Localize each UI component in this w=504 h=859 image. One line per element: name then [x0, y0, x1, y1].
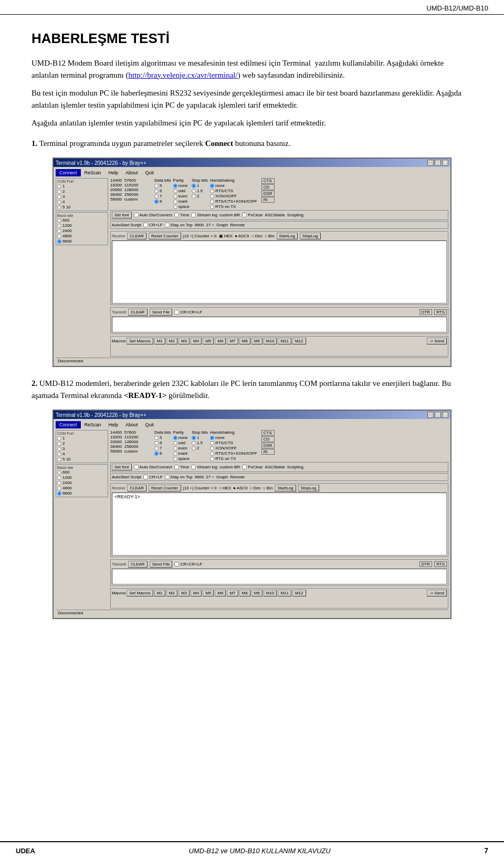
m11-btn-2[interactable]: M11	[278, 590, 291, 596]
stop-15[interactable]: 1.5	[192, 188, 208, 193]
m7-btn[interactable]: M7	[227, 338, 238, 344]
baud-600[interactable]: 600	[57, 218, 107, 223]
m6-btn[interactable]: M6	[215, 338, 226, 344]
data-7[interactable]: 7	[154, 194, 171, 198]
baud-4800-2[interactable]: 4800	[57, 486, 107, 490]
hs-rtson-2[interactable]: RTS on TX	[210, 456, 257, 461]
reset-counter-btn[interactable]: Reset Counter	[149, 233, 181, 239]
menu-rescan-2[interactable]: ReScan	[81, 421, 105, 428]
menu-connect[interactable]: Connect	[56, 169, 81, 176]
stop-log-btn[interactable]: StopLog	[300, 233, 321, 239]
crlf-checkbox[interactable]: CR+LF	[143, 223, 163, 227]
time-checkbox[interactable]: Time	[174, 213, 189, 217]
transmit-clear-btn-2[interactable]: CLEAR	[128, 561, 148, 568]
data-6-2[interactable]: 6	[154, 441, 171, 445]
menu-quit[interactable]: Quit	[142, 169, 158, 176]
m5-btn-2[interactable]: M5	[203, 590, 214, 596]
baud-9600-2[interactable]: 9600	[57, 491, 107, 496]
data-5[interactable]: 5	[154, 183, 171, 188]
hs-none-2[interactable]: none	[210, 435, 257, 440]
m9-btn-2[interactable]: M9	[251, 590, 262, 596]
maximize-btn-2[interactable]: □	[435, 412, 441, 418]
data-6[interactable]: 6	[154, 188, 171, 193]
m7-btn-2[interactable]: M7	[227, 590, 238, 596]
m3-btn-2[interactable]: M3	[178, 590, 190, 596]
data-8[interactable]: 8	[154, 199, 171, 204]
com-1-radio-2[interactable]: 1	[57, 436, 107, 441]
stay-top-checkbox-2[interactable]: Stay on Top	[165, 475, 193, 479]
auto-dis-connect-checkbox-2[interactable]: Auto Dis/Connect	[134, 465, 172, 469]
m12-btn-2[interactable]: M12	[292, 590, 306, 596]
menu-help[interactable]: Help	[105, 169, 122, 176]
com-4-radio-2[interactable]: 4	[57, 452, 107, 456]
hs-rtsxon-2[interactable]: RTS/CTS+XON/XOFF	[210, 451, 257, 456]
set-macros-btn[interactable]: Set Macros	[127, 338, 153, 344]
send-btn-2[interactable]: -> Send	[427, 590, 447, 596]
parity-even[interactable]: even	[173, 194, 190, 198]
parity-odd[interactable]: odd	[173, 188, 190, 193]
data-7-2[interactable]: 7	[154, 446, 171, 451]
parity-space[interactable]: space	[173, 204, 190, 209]
receive-clear-btn[interactable]: CLEAR	[127, 233, 146, 239]
parity-even-2[interactable]: even	[173, 446, 190, 451]
m2-btn[interactable]: M2	[166, 338, 177, 344]
com-3-radio-2[interactable]: 3	[57, 446, 107, 451]
com-2-radio[interactable]: 2	[57, 189, 107, 194]
data-5-2[interactable]: 5	[154, 435, 171, 440]
parity-none[interactable]: none	[173, 183, 190, 188]
m12-btn[interactable]: M12	[292, 338, 306, 344]
set-font-btn[interactable]: Set font	[112, 212, 132, 218]
menu-connect-2[interactable]: Connect	[56, 421, 81, 428]
stop-2-2[interactable]: 2	[192, 446, 208, 451]
parity-space-2[interactable]: space	[173, 456, 190, 461]
minimize-btn-2[interactable]: _	[427, 412, 434, 418]
m9-btn[interactable]: M9	[251, 338, 262, 344]
menu-quit-2[interactable]: Quit	[142, 421, 158, 428]
hs-xonxoff-2[interactable]: XON/XOFF	[210, 446, 257, 451]
start-log-btn[interactable]: StartLog	[277, 233, 298, 239]
baud-2400[interactable]: 2400	[57, 228, 107, 233]
crlf-transmit-checkbox-2[interactable]: CR=CR+LF	[174, 562, 202, 567]
baud-2400-2[interactable]: 2400	[57, 480, 107, 485]
receive-clear-btn-2[interactable]: CLEAR	[127, 485, 146, 491]
com-3-radio[interactable]: 3	[57, 194, 107, 199]
m1-btn[interactable]: M1	[154, 338, 165, 344]
m5-btn[interactable]: M5	[203, 338, 214, 344]
hs-rtsxon[interactable]: RTS/CTS+XON/XOFF	[210, 199, 257, 204]
baud-9600[interactable]: 9600	[57, 239, 107, 244]
send-btn[interactable]: -> Send	[427, 338, 447, 344]
hs-rtson[interactable]: RTS on TX	[210, 204, 257, 209]
send-file-btn[interactable]: Send File	[150, 309, 173, 316]
parity-odd-2[interactable]: odd	[173, 441, 190, 445]
stop-1[interactable]: 1	[192, 183, 208, 188]
menu-help-2[interactable]: Help	[105, 421, 122, 428]
hs-rtscts[interactable]: RTS/CTS	[210, 188, 257, 193]
hs-none[interactable]: none	[210, 183, 257, 188]
m11-btn[interactable]: M11	[278, 338, 291, 344]
time-checkbox-2[interactable]: Time	[174, 465, 189, 469]
minimize-btn[interactable]: _	[427, 160, 434, 166]
menu-about[interactable]: About	[122, 169, 142, 176]
terminal-1-transmit-area[interactable]	[112, 317, 447, 332]
set-macros-btn-2[interactable]: Set Macros	[127, 590, 153, 596]
parity-mark[interactable]: mark	[173, 199, 190, 204]
m4-btn-2[interactable]: M4	[191, 590, 202, 596]
start-log-btn-2[interactable]: StartLog	[275, 485, 296, 491]
stop-log-btn-2[interactable]: StopLog	[298, 485, 319, 491]
send-file-btn-2[interactable]: Send File	[150, 561, 173, 568]
stay-top-checkbox[interactable]: Stay on Top	[165, 223, 193, 227]
m4-btn[interactable]: M4	[191, 338, 202, 344]
m10-btn[interactable]: M10	[264, 338, 277, 344]
transmit-clear-btn[interactable]: CLEAR	[128, 309, 148, 316]
baud-4800[interactable]: 4800	[57, 234, 107, 238]
stop-15-2[interactable]: 1.5	[192, 441, 208, 445]
m2-btn-2[interactable]: M2	[166, 590, 177, 596]
auto-dis-connect-checkbox[interactable]: Auto Dis/Connect	[134, 213, 172, 217]
set-font-btn-2[interactable]: Set font	[112, 464, 132, 470]
crlf-transmit-checkbox[interactable]: CR=CR+LF	[174, 310, 202, 315]
m6-btn-2[interactable]: M6	[215, 590, 226, 596]
baud-1200[interactable]: 1200	[57, 223, 107, 228]
baud-600-2[interactable]: 600	[57, 470, 107, 475]
stop-2[interactable]: 2	[192, 194, 208, 198]
baud-1200-2[interactable]: 1200	[57, 475, 107, 480]
